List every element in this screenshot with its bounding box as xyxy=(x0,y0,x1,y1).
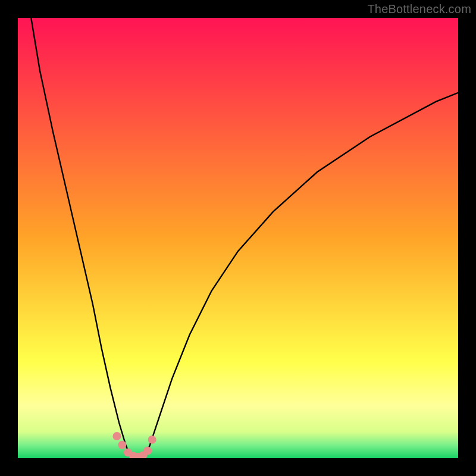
left-curve xyxy=(31,18,130,456)
trough-marker xyxy=(148,436,156,444)
right-curve xyxy=(146,93,458,456)
trough-marker xyxy=(113,432,121,440)
trough-marker xyxy=(143,446,152,455)
curve-layer xyxy=(18,18,458,458)
watermark-text: TheBottleneck.com xyxy=(367,2,471,16)
plot-area xyxy=(18,18,458,458)
chart-frame: TheBottleneck.com xyxy=(0,0,476,476)
trough-marker xyxy=(118,441,126,449)
